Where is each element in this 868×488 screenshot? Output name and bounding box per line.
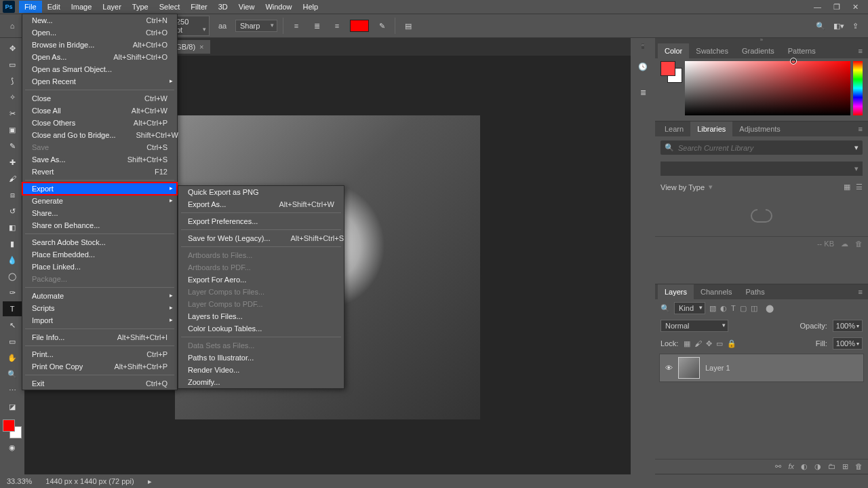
menu-type[interactable]: Type <box>127 1 154 13</box>
menuitem-import[interactable]: Import <box>22 314 177 326</box>
panels-expand[interactable]: » <box>655 38 868 43</box>
rectangle-tool[interactable]: ▭ <box>3 334 22 349</box>
marquee-tool[interactable]: ▭ <box>3 57 22 72</box>
healing-tool[interactable]: ✚ <box>3 155 22 170</box>
menuitem-browse-in-bridge[interactable]: Browse in Bridge...Alt+Ctrl+O <box>22 39 177 51</box>
menu-view[interactable]: View <box>233 1 260 13</box>
history-brush-tool[interactable]: ↺ <box>3 204 22 219</box>
link-layers-icon[interactable]: ⚯ <box>775 462 781 471</box>
fg-bg-color[interactable] <box>3 419 22 438</box>
menuitem-export-as[interactable]: Export As...Alt+Shift+Ctrl+W <box>178 198 344 210</box>
eraser-tool[interactable]: ◧ <box>3 220 22 235</box>
layer-row[interactable]: 👁 Layer 1 <box>659 354 864 382</box>
menuitem-save-for-web-legacy[interactable]: Save for Web (Legacy)...Alt+Shift+Ctrl+S <box>178 232 344 244</box>
filter-shape-icon[interactable]: ▢ <box>740 304 747 313</box>
menuitem-new[interactable]: New...Ctrl+N <box>22 14 177 26</box>
list-view-icon[interactable]: ☰ <box>856 183 863 191</box>
gradient-tool[interactable]: ▮ <box>3 236 22 251</box>
menuitem-open-as-smart-object[interactable]: Open as Smart Object... <box>22 63 177 75</box>
menuitem-close-all[interactable]: Close AllAlt+Ctrl+W <box>22 105 177 117</box>
filter-adjust-icon[interactable]: ◐ <box>720 304 727 313</box>
lasso-tool[interactable]: ⟆ <box>3 73 22 88</box>
antialias-dropdown[interactable]: Sharp <box>235 20 277 32</box>
menuitem-share-on-behance[interactable]: Share on Behance... <box>22 219 177 231</box>
status-chevron-icon[interactable]: ▸ <box>148 477 152 486</box>
type-tool[interactable]: T <box>3 301 22 316</box>
zoom-tool[interactable]: 🔍 <box>3 367 22 381</box>
blend-mode-dropdown[interactable]: Normal <box>660 320 728 332</box>
delete-layer-icon[interactable]: 🗑 <box>855 462 863 471</box>
layer-fx-icon[interactable]: fx <box>788 462 794 471</box>
workspace-icon[interactable]: ◧▾ <box>833 22 844 31</box>
brush-tool[interactable]: 🖌 <box>3 171 22 186</box>
menu-file[interactable]: File <box>19 1 42 13</box>
properties-panel-icon[interactable]: ≣ <box>635 84 651 100</box>
align-center-icon[interactable]: ≣ <box>309 18 324 33</box>
filter-toggle-icon[interactable]: ⬤ <box>766 304 774 313</box>
dodge-tool[interactable]: ◯ <box>3 269 22 284</box>
doc-dimensions[interactable]: 1440 px x 1440 px (72 ppi) <box>45 477 134 485</box>
menu-filter[interactable]: Filter <box>185 1 212 13</box>
menuitem-open[interactable]: Open...Ctrl+O <box>22 26 177 39</box>
menuitem-close[interactable]: CloseCtrl+W <box>22 92 177 105</box>
move-tool[interactable]: ✥ <box>3 41 22 56</box>
dock-expand[interactable]: « <box>642 43 644 49</box>
menu-layer[interactable]: Layer <box>97 1 127 13</box>
pen-tool[interactable]: ✑ <box>3 285 22 300</box>
lock-artboard-icon[interactable]: ▭ <box>716 339 723 348</box>
menuitem-export-preferences[interactable]: Export Preferences... <box>178 215 344 227</box>
home-icon[interactable]: ⌂ <box>5 20 19 32</box>
library-selector[interactable]: ▾ <box>660 162 863 176</box>
filter-smart-icon[interactable]: ◫ <box>751 304 757 313</box>
panel-menu-icon[interactable]: ≡ <box>853 43 868 58</box>
menuitem-file-info[interactable]: File Info...Alt+Shift+Ctrl+I <box>22 331 177 343</box>
layer-mask-icon[interactable]: ◐ <box>801 462 808 471</box>
menuitem-automate[interactable]: Automate <box>22 290 177 302</box>
layer-name[interactable]: Layer 1 <box>705 364 730 372</box>
library-search[interactable]: 🔍 ▾ <box>660 140 863 155</box>
search-icon[interactable]: 🔍 <box>816 22 825 31</box>
menuitem-place-linked[interactable]: Place Linked... <box>22 261 177 273</box>
hue-slider[interactable] <box>853 61 863 115</box>
mini-swatch[interactable]: ◪ <box>3 399 22 414</box>
tab-swatches[interactable]: Swatches <box>689 43 735 58</box>
menuitem-close-and-go-to-bridge[interactable]: Close and Go to Bridge...Shift+Ctrl+W <box>22 129 177 141</box>
menuitem-export[interactable]: Export <box>22 183 177 195</box>
saturation-picker[interactable] <box>685 61 850 115</box>
history-panel-icon[interactable]: 🕓 <box>635 58 651 75</box>
panel-menu-icon[interactable]: ≡ <box>853 121 868 136</box>
menuitem-share[interactable]: Share... <box>22 207 177 219</box>
zoom-value[interactable]: 33.33% <box>7 477 32 485</box>
more-tools[interactable]: ⋯ <box>3 383 22 398</box>
tab-close-icon[interactable]: × <box>199 43 203 51</box>
panel-toggle-icon[interactable]: ▤ <box>401 18 416 33</box>
stamp-tool[interactable]: ⧇ <box>3 187 22 202</box>
opacity-value[interactable]: 100%▾ <box>833 320 863 332</box>
lock-transparent-icon[interactable]: ▦ <box>684 339 690 348</box>
tab-layers[interactable]: Layers <box>658 284 694 299</box>
magic-wand-tool[interactable]: ✧ <box>3 90 22 105</box>
share-icon[interactable]: ⇪ <box>852 22 859 31</box>
fill-value[interactable]: 100%▾ <box>833 337 863 350</box>
panel-menu-icon[interactable]: ≡ <box>853 284 868 299</box>
menuitem-generate[interactable]: Generate <box>22 195 177 207</box>
layer-filter-kind[interactable]: Kind <box>674 302 705 314</box>
crop-tool[interactable]: ✂ <box>3 106 22 121</box>
tab-channels[interactable]: Channels <box>694 284 738 299</box>
minimize-icon[interactable]: — <box>814 3 821 12</box>
tab-paths[interactable]: Paths <box>739 284 772 299</box>
menuitem-render-video[interactable]: Render Video... <box>178 364 344 376</box>
menuitem-close-others[interactable]: Close OthersAlt+Ctrl+P <box>22 117 177 129</box>
view-by-label[interactable]: View by Type <box>660 183 705 191</box>
trash-icon[interactable]: 🗑 <box>855 240 863 248</box>
menu-help[interactable]: Help <box>298 1 324 13</box>
hand-tool[interactable]: ✋ <box>3 350 22 365</box>
path-select-tool[interactable]: ↖ <box>3 318 22 333</box>
lock-position-icon[interactable]: ✥ <box>706 339 712 348</box>
tab-color[interactable]: Color <box>658 43 689 58</box>
menuitem-print-one-copy[interactable]: Print One CopyAlt+Shift+Ctrl+P <box>22 360 177 373</box>
color-swatch-pair[interactable] <box>660 61 682 83</box>
filter-pixel-icon[interactable]: ▧ <box>709 304 716 313</box>
align-left-icon[interactable]: ≡ <box>289 18 304 33</box>
menuitem-layers-to-files[interactable]: Layers to Files... <box>178 310 344 322</box>
